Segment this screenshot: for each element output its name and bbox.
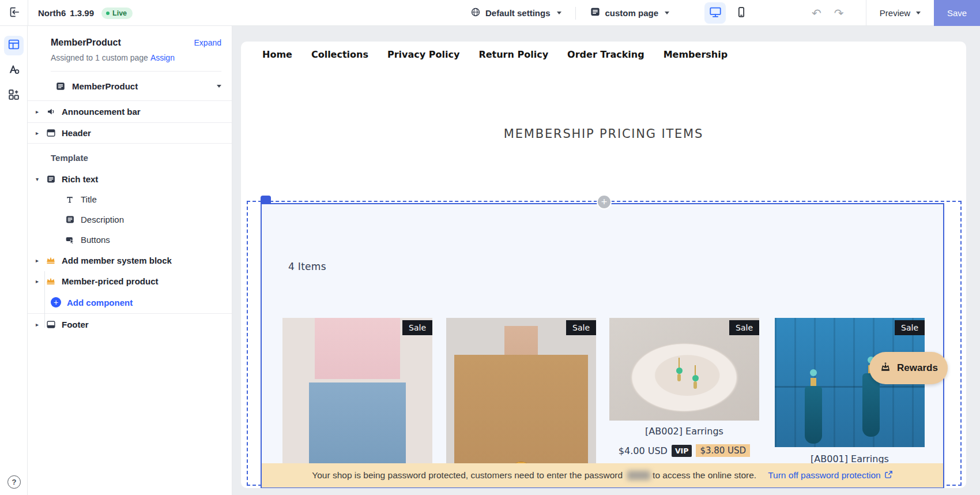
password-redacted xyxy=(627,471,650,480)
mobile-view-button[interactable] xyxy=(730,2,752,24)
page-doc-icon xyxy=(55,81,66,91)
storefront-nav: Home Collections Privacy Policy Return P… xyxy=(262,42,728,67)
sections-panel-button[interactable] xyxy=(4,36,24,55)
add-component-button[interactable]: + Add component xyxy=(28,291,232,313)
template-section-label: Template xyxy=(28,144,232,168)
caret-right-icon[interactable]: ▸ xyxy=(36,130,46,136)
footer-section-icon xyxy=(46,320,56,330)
sidebar-item-label: Add member system block xyxy=(62,256,172,265)
crown-icon xyxy=(46,255,56,265)
live-dot-icon xyxy=(106,12,110,15)
sidebar-item-title[interactable]: Title xyxy=(28,189,232,209)
sidebar-item-announcement-bar[interactable]: ▸ Announcement bar xyxy=(28,101,232,123)
caret-right-icon[interactable]: ▸ xyxy=(36,257,46,264)
app-root: North6 1.3.99 Live Default settings cust… xyxy=(0,0,980,495)
page-title: MEMBERSHIP PRICING ITEMS xyxy=(241,127,966,141)
items-count-label: 4 Items xyxy=(288,261,326,272)
redo-icon[interactable]: ↷ xyxy=(834,7,844,19)
product-title[interactable]: [AB002] Earrings xyxy=(609,426,759,437)
product-card-ab002-earrings[interactable]: Sale xyxy=(609,318,759,421)
page-doc-icon xyxy=(590,6,601,20)
history-controls: ↶ ↷ xyxy=(812,0,844,26)
preview-button[interactable]: Preview xyxy=(866,0,934,26)
product-price-row: $4.00 USD VIP $3.80 USD xyxy=(609,444,759,457)
tassel-earring-graphic xyxy=(862,373,880,437)
product-card-cardigan[interactable]: Sale xyxy=(446,318,596,488)
banner-text-after: to access the online store. xyxy=(653,470,756,481)
description-icon xyxy=(65,215,75,225)
sidebar-item-footer[interactable]: ▸ Footer xyxy=(28,313,232,335)
sidebar-item-member-priced-product[interactable]: ▸ Member-priced product xyxy=(28,271,232,291)
sidebar-item-label: Buttons xyxy=(81,235,110,245)
add-component-label: Add component xyxy=(67,298,133,308)
desktop-view-button[interactable] xyxy=(704,2,726,24)
sale-badge: Sale xyxy=(402,320,432,335)
page-selector-label: custom page xyxy=(605,8,659,18)
earring-graphic xyxy=(692,375,699,381)
template-selector-dropdown[interactable]: MemberProduct xyxy=(28,72,232,100)
typography-icon xyxy=(7,63,20,78)
password-protection-banner: Your shop is being password protected, c… xyxy=(262,463,943,487)
header-section-icon xyxy=(46,128,56,138)
apps-panel-button[interactable] xyxy=(4,86,24,106)
rewards-label: Rewards xyxy=(897,362,938,374)
expand-link[interactable]: Expand xyxy=(194,38,221,47)
globe-icon xyxy=(470,7,481,20)
external-link-icon xyxy=(884,470,893,481)
live-status-badge: Live xyxy=(101,7,133,19)
turn-off-password-label: Turn off password protection xyxy=(768,470,881,481)
topbar-center-controls: Default settings custom page xyxy=(470,0,669,26)
nav-link-privacy-policy[interactable]: Privacy Policy xyxy=(387,49,459,60)
section-drag-handle[interactable] xyxy=(261,196,271,204)
add-section-button[interactable]: + xyxy=(597,194,612,209)
title-icon xyxy=(65,194,75,205)
assigned-text: Assigned to 1 custom page xyxy=(51,53,148,62)
rewards-crown-icon xyxy=(879,361,892,376)
nav-link-order-tracking[interactable]: Order Tracking xyxy=(567,49,644,60)
undo-icon[interactable]: ↶ xyxy=(812,7,821,19)
selected-section-member-priced-product[interactable]: 4 Items Sale Sale Sale Sale [AB002] Earr… xyxy=(261,203,944,488)
live-label: Live xyxy=(112,9,127,17)
banner-text-before: Your shop is being password protected, c… xyxy=(312,470,623,481)
sidebar-item-label: Footer xyxy=(62,320,89,329)
top-bar: North6 1.3.99 Live Default settings cust… xyxy=(0,0,980,26)
help-button[interactable]: ? xyxy=(7,475,21,489)
sidebar-item-header[interactable]: ▸ Header xyxy=(28,123,232,144)
default-settings-dropdown[interactable]: Default settings xyxy=(470,7,561,20)
sidebar-item-buttons[interactable]: Buttons xyxy=(28,230,232,250)
assign-link[interactable]: Assign xyxy=(150,53,175,62)
rewards-widget-button[interactable]: Rewards xyxy=(869,352,948,384)
template-title: MemberProduct xyxy=(51,38,121,48)
caret-down-icon[interactable]: ▾ xyxy=(36,176,46,182)
chevron-down-icon xyxy=(665,12,669,14)
nav-link-membership[interactable]: Membership xyxy=(664,49,728,60)
app-name: North6 xyxy=(38,8,66,18)
plus-circle-icon: + xyxy=(51,297,61,308)
component-tree: ▸ Announcement bar ▸ Header Template ▾ xyxy=(28,101,232,335)
sidebar-item-label: Header xyxy=(62,128,91,138)
sidebar-item-label: Title xyxy=(81,194,97,204)
caret-right-icon[interactable]: ▸ xyxy=(36,108,46,115)
mobile-icon xyxy=(736,6,747,20)
sidebar-item-rich-text[interactable]: ▾ Rich text xyxy=(28,168,232,189)
tassel-earring-graphic xyxy=(805,386,822,444)
theme-settings-button[interactable] xyxy=(4,61,24,80)
sidebar-panel: MemberProduct Expand Assigned to 1 custo… xyxy=(28,26,232,495)
product-price: $4.00 USD xyxy=(619,445,668,456)
product-card-jeans[interactable]: Sale xyxy=(282,318,432,488)
layout-sections-icon xyxy=(7,38,20,53)
nav-link-home[interactable]: Home xyxy=(262,49,292,60)
nav-link-return-policy[interactable]: Return Policy xyxy=(478,49,548,60)
buttons-icon xyxy=(65,235,75,245)
vip-badge: VIP xyxy=(672,445,692,457)
device-toggle xyxy=(704,2,752,24)
app-identity: North6 1.3.99 Live xyxy=(38,0,133,26)
app-version: 1.3.99 xyxy=(70,8,94,18)
turn-off-password-link[interactable]: Turn off password protection xyxy=(768,470,893,481)
nav-link-collections[interactable]: Collections xyxy=(311,49,368,60)
sidebar-item-description[interactable]: Description xyxy=(28,209,232,230)
sidebar-item-member-system-block[interactable]: ▸ Add member system block xyxy=(28,250,232,271)
exit-editor-button[interactable] xyxy=(6,6,21,21)
page-selector-dropdown[interactable]: custom page xyxy=(590,6,670,20)
save-button[interactable]: Save xyxy=(934,0,980,26)
